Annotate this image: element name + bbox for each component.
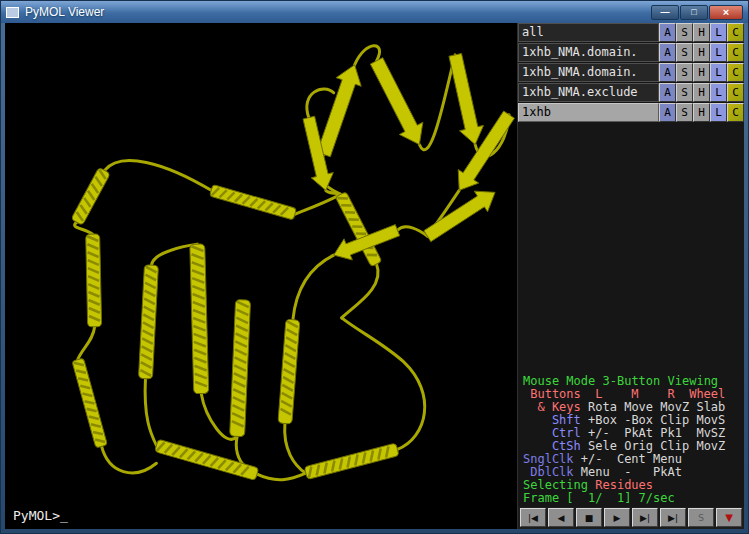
hide-button[interactable]: H <box>693 103 710 122</box>
step-forward-button[interactable]: ▶| <box>632 508 658 527</box>
mouse-panel-text: SnglClk <box>523 452 581 466</box>
action-button[interactable]: A <box>659 103 676 122</box>
object-name[interactable]: 1xhb <box>518 103 659 122</box>
object-buttons: ASHLC <box>659 63 744 82</box>
object-name[interactable]: 1xhb_NMA.exclude <box>518 83 659 102</box>
object-buttons: ASHLC <box>659 83 744 102</box>
show-button[interactable]: S <box>676 63 693 82</box>
mouse-panel-text: L M R Wheel <box>595 387 725 401</box>
mouse-panel-text: Menu - PkAt <box>581 465 682 479</box>
object-row: 1xhb_NMA.domain.ASHLC <box>518 43 744 62</box>
mouse-panel-line[interactable]: Frame [ 1/ 1] 7/sec <box>523 492 742 505</box>
go-to-start-button[interactable]: |◀ <box>520 508 546 527</box>
step-back-button[interactable]: ◀ <box>548 508 574 527</box>
mouse-panel-text: Mouse Mode <box>523 374 602 388</box>
hide-button[interactable]: H <box>693 83 710 102</box>
mouse-panel-text: Selecting <box>523 478 595 492</box>
label-button[interactable]: L <box>710 103 727 122</box>
object-name[interactable]: 1xhb_NMA.domain. <box>518 43 659 62</box>
titlebar[interactable]: PyMOL Viewer — □ × <box>1 1 748 23</box>
pymol-window: PyMOL Viewer — □ × PyMOL>_ allASHLC1xhb_… <box>0 0 749 534</box>
object-buttons: ASHLC <box>659 23 744 42</box>
hide-button[interactable]: H <box>693 23 710 42</box>
mouse-panel-text: Buttons <box>523 387 595 401</box>
close-button[interactable]: × <box>709 5 743 20</box>
mouse-panel-text: Shft <box>523 413 588 427</box>
window-controls: — □ × <box>651 5 743 20</box>
hide-button[interactable]: H <box>693 43 710 62</box>
mouse-panel-text: 3-Button Viewing <box>602 374 718 388</box>
label-button[interactable]: L <box>710 83 727 102</box>
maximize-button[interactable]: □ <box>680 5 708 20</box>
minimize-button[interactable]: — <box>651 5 679 20</box>
mouse-panel-text: Sele Orig Clip MovZ <box>588 439 725 453</box>
object-row: 1xhbASHLC <box>518 103 744 122</box>
mouse-panel-text: +/- Cent Menu <box>581 452 682 466</box>
hide-button[interactable]: H <box>693 63 710 82</box>
panel-spacer <box>518 123 744 373</box>
color-button[interactable]: C <box>727 43 744 62</box>
action-button[interactable]: A <box>659 83 676 102</box>
show-button[interactable]: S <box>676 83 693 102</box>
action-button[interactable]: A <box>659 43 676 62</box>
window-title: PyMOL Viewer <box>25 5 104 19</box>
object-buttons: ASHLC <box>659 103 744 122</box>
mouse-panel-text: & Keys <box>523 400 588 414</box>
fullscreen-button[interactable]: ▼ <box>716 508 742 527</box>
show-button[interactable]: S <box>676 43 693 62</box>
color-button[interactable]: C <box>727 63 744 82</box>
label-button[interactable]: L <box>710 23 727 42</box>
object-buttons: ASHLC <box>659 43 744 62</box>
object-name[interactable]: all <box>518 23 659 42</box>
mouse-panel-text: CtSh <box>523 439 588 453</box>
object-row: 1xhb_NMA.excludeASHLC <box>518 83 744 102</box>
command-prompt[interactable]: PyMOL>_ <box>13 508 68 523</box>
mouse-panel-text: +/- PkAt Pk1 MvSZ <box>588 426 725 440</box>
protein-cartoon <box>5 23 517 529</box>
play-button[interactable]: ▶ <box>604 508 630 527</box>
mouse-panel-text: Ctrl <box>523 426 588 440</box>
show-button[interactable]: S <box>676 23 693 42</box>
app-icon <box>6 7 19 18</box>
scene-button[interactable]: S <box>688 508 714 527</box>
object-row: 1xhb_NMA.domain.ASHLC <box>518 63 744 82</box>
viewport-3d[interactable]: PyMOL>_ <box>5 23 517 529</box>
go-to-end-button[interactable]: ▶| <box>660 508 686 527</box>
show-button[interactable]: S <box>676 103 693 122</box>
label-button[interactable]: L <box>710 63 727 82</box>
mouse-panel-text: Frame [ 1/ 1] 7/sec <box>523 491 675 505</box>
label-button[interactable]: L <box>710 43 727 62</box>
color-button[interactable]: C <box>727 83 744 102</box>
window-content: PyMOL>_ allASHLC1xhb_NMA.domain.ASHLC1xh… <box>1 23 748 533</box>
mouse-panel-text: Rota Move MovZ Slab <box>588 400 725 414</box>
movie-controls: |◀◀■▶▶|▶|S▼ <box>518 507 744 529</box>
action-button[interactable]: A <box>659 63 676 82</box>
object-list: allASHLC1xhb_NMA.domain.ASHLC1xhb_NMA.do… <box>518 23 744 123</box>
stop-button[interactable]: ■ <box>576 508 602 527</box>
object-name[interactable]: 1xhb_NMA.domain. <box>518 63 659 82</box>
mouse-panel-text: Residues <box>595 478 653 492</box>
mouse-panel-text: DblClk <box>523 465 581 479</box>
action-button[interactable]: A <box>659 23 676 42</box>
color-button[interactable]: C <box>727 103 744 122</box>
mouse-mode-panel: Mouse Mode 3-Button Viewing Buttons L M … <box>518 373 744 507</box>
mouse-panel-text: +Box -Box Clip MovS <box>588 413 725 427</box>
color-button[interactable]: C <box>727 23 744 42</box>
object-row: allASHLC <box>518 23 744 42</box>
internal-gui-panel: allASHLC1xhb_NMA.domain.ASHLC1xhb_NMA.do… <box>517 23 744 529</box>
